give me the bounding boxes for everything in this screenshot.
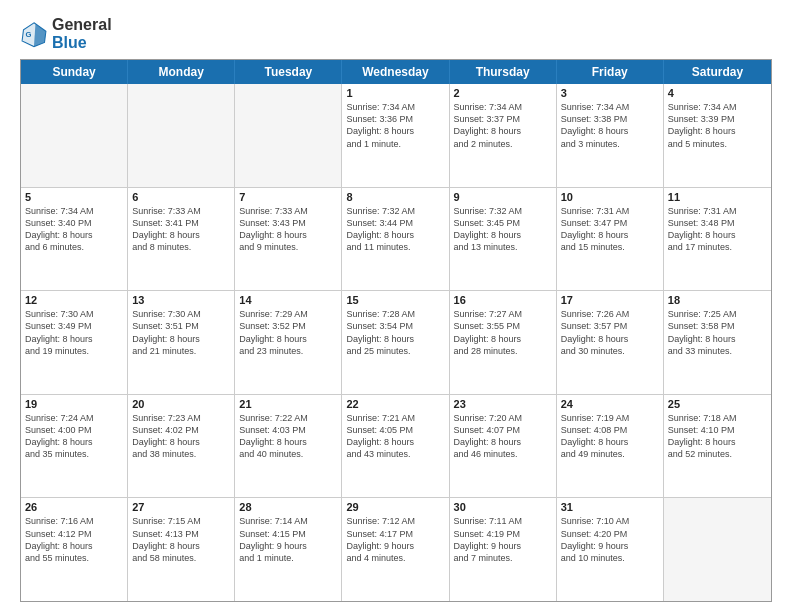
day-cell-22: 22Sunrise: 7:21 AM Sunset: 4:05 PM Dayli… bbox=[342, 395, 449, 498]
day-number: 3 bbox=[561, 87, 659, 99]
day-info: Sunrise: 7:29 AM Sunset: 3:52 PM Dayligh… bbox=[239, 308, 337, 357]
day-number: 16 bbox=[454, 294, 552, 306]
empty-cell bbox=[128, 84, 235, 187]
day-cell-4: 4Sunrise: 7:34 AM Sunset: 3:39 PM Daylig… bbox=[664, 84, 771, 187]
day-info: Sunrise: 7:16 AM Sunset: 4:12 PM Dayligh… bbox=[25, 515, 123, 564]
header: G General Blue bbox=[20, 16, 772, 51]
week-row-3: 12Sunrise: 7:30 AM Sunset: 3:49 PM Dayli… bbox=[21, 291, 771, 395]
day-cell-13: 13Sunrise: 7:30 AM Sunset: 3:51 PM Dayli… bbox=[128, 291, 235, 394]
day-info: Sunrise: 7:26 AM Sunset: 3:57 PM Dayligh… bbox=[561, 308, 659, 357]
week-row-2: 5Sunrise: 7:34 AM Sunset: 3:40 PM Daylig… bbox=[21, 188, 771, 292]
day-number: 22 bbox=[346, 398, 444, 410]
day-number: 18 bbox=[668, 294, 767, 306]
day-cell-12: 12Sunrise: 7:30 AM Sunset: 3:49 PM Dayli… bbox=[21, 291, 128, 394]
header-day-tuesday: Tuesday bbox=[235, 60, 342, 84]
day-number: 2 bbox=[454, 87, 552, 99]
day-cell-20: 20Sunrise: 7:23 AM Sunset: 4:02 PM Dayli… bbox=[128, 395, 235, 498]
day-cell-11: 11Sunrise: 7:31 AM Sunset: 3:48 PM Dayli… bbox=[664, 188, 771, 291]
day-number: 20 bbox=[132, 398, 230, 410]
day-info: Sunrise: 7:25 AM Sunset: 3:58 PM Dayligh… bbox=[668, 308, 767, 357]
day-info: Sunrise: 7:11 AM Sunset: 4:19 PM Dayligh… bbox=[454, 515, 552, 564]
page: G General Blue SundayMondayTuesdayWednes… bbox=[0, 0, 792, 612]
day-info: Sunrise: 7:32 AM Sunset: 3:44 PM Dayligh… bbox=[346, 205, 444, 254]
day-info: Sunrise: 7:22 AM Sunset: 4:03 PM Dayligh… bbox=[239, 412, 337, 461]
day-cell-7: 7Sunrise: 7:33 AM Sunset: 3:43 PM Daylig… bbox=[235, 188, 342, 291]
day-cell-8: 8Sunrise: 7:32 AM Sunset: 3:44 PM Daylig… bbox=[342, 188, 449, 291]
day-number: 14 bbox=[239, 294, 337, 306]
day-cell-9: 9Sunrise: 7:32 AM Sunset: 3:45 PM Daylig… bbox=[450, 188, 557, 291]
day-info: Sunrise: 7:10 AM Sunset: 4:20 PM Dayligh… bbox=[561, 515, 659, 564]
day-cell-23: 23Sunrise: 7:20 AM Sunset: 4:07 PM Dayli… bbox=[450, 395, 557, 498]
day-info: Sunrise: 7:30 AM Sunset: 3:51 PM Dayligh… bbox=[132, 308, 230, 357]
day-info: Sunrise: 7:30 AM Sunset: 3:49 PM Dayligh… bbox=[25, 308, 123, 357]
day-number: 10 bbox=[561, 191, 659, 203]
day-info: Sunrise: 7:31 AM Sunset: 3:47 PM Dayligh… bbox=[561, 205, 659, 254]
day-number: 19 bbox=[25, 398, 123, 410]
day-number: 4 bbox=[668, 87, 767, 99]
day-cell-1: 1Sunrise: 7:34 AM Sunset: 3:36 PM Daylig… bbox=[342, 84, 449, 187]
day-number: 26 bbox=[25, 501, 123, 513]
day-number: 25 bbox=[668, 398, 767, 410]
day-cell-19: 19Sunrise: 7:24 AM Sunset: 4:00 PM Dayli… bbox=[21, 395, 128, 498]
day-info: Sunrise: 7:34 AM Sunset: 3:37 PM Dayligh… bbox=[454, 101, 552, 150]
week-row-4: 19Sunrise: 7:24 AM Sunset: 4:00 PM Dayli… bbox=[21, 395, 771, 499]
day-cell-24: 24Sunrise: 7:19 AM Sunset: 4:08 PM Dayli… bbox=[557, 395, 664, 498]
day-cell-3: 3Sunrise: 7:34 AM Sunset: 3:38 PM Daylig… bbox=[557, 84, 664, 187]
day-info: Sunrise: 7:33 AM Sunset: 3:43 PM Dayligh… bbox=[239, 205, 337, 254]
header-day-wednesday: Wednesday bbox=[342, 60, 449, 84]
day-number: 11 bbox=[668, 191, 767, 203]
header-day-monday: Monday bbox=[128, 60, 235, 84]
day-info: Sunrise: 7:14 AM Sunset: 4:15 PM Dayligh… bbox=[239, 515, 337, 564]
day-number: 30 bbox=[454, 501, 552, 513]
logo-icon: G bbox=[20, 20, 48, 48]
day-cell-6: 6Sunrise: 7:33 AM Sunset: 3:41 PM Daylig… bbox=[128, 188, 235, 291]
day-info: Sunrise: 7:32 AM Sunset: 3:45 PM Dayligh… bbox=[454, 205, 552, 254]
logo-text: General Blue bbox=[52, 16, 112, 51]
day-cell-26: 26Sunrise: 7:16 AM Sunset: 4:12 PM Dayli… bbox=[21, 498, 128, 601]
day-cell-25: 25Sunrise: 7:18 AM Sunset: 4:10 PM Dayli… bbox=[664, 395, 771, 498]
day-number: 29 bbox=[346, 501, 444, 513]
header-day-friday: Friday bbox=[557, 60, 664, 84]
day-info: Sunrise: 7:33 AM Sunset: 3:41 PM Dayligh… bbox=[132, 205, 230, 254]
day-cell-21: 21Sunrise: 7:22 AM Sunset: 4:03 PM Dayli… bbox=[235, 395, 342, 498]
day-number: 12 bbox=[25, 294, 123, 306]
day-number: 6 bbox=[132, 191, 230, 203]
day-info: Sunrise: 7:18 AM Sunset: 4:10 PM Dayligh… bbox=[668, 412, 767, 461]
day-cell-15: 15Sunrise: 7:28 AM Sunset: 3:54 PM Dayli… bbox=[342, 291, 449, 394]
day-cell-18: 18Sunrise: 7:25 AM Sunset: 3:58 PM Dayli… bbox=[664, 291, 771, 394]
header-day-sunday: Sunday bbox=[21, 60, 128, 84]
day-number: 31 bbox=[561, 501, 659, 513]
calendar-header: SundayMondayTuesdayWednesdayThursdayFrid… bbox=[21, 60, 771, 84]
day-cell-14: 14Sunrise: 7:29 AM Sunset: 3:52 PM Dayli… bbox=[235, 291, 342, 394]
calendar-body: 1Sunrise: 7:34 AM Sunset: 3:36 PM Daylig… bbox=[21, 84, 771, 601]
day-info: Sunrise: 7:28 AM Sunset: 3:54 PM Dayligh… bbox=[346, 308, 444, 357]
day-cell-17: 17Sunrise: 7:26 AM Sunset: 3:57 PM Dayli… bbox=[557, 291, 664, 394]
day-cell-2: 2Sunrise: 7:34 AM Sunset: 3:37 PM Daylig… bbox=[450, 84, 557, 187]
header-day-thursday: Thursday bbox=[450, 60, 557, 84]
day-cell-5: 5Sunrise: 7:34 AM Sunset: 3:40 PM Daylig… bbox=[21, 188, 128, 291]
empty-cell bbox=[235, 84, 342, 187]
header-day-saturday: Saturday bbox=[664, 60, 771, 84]
day-info: Sunrise: 7:34 AM Sunset: 3:40 PM Dayligh… bbox=[25, 205, 123, 254]
day-cell-28: 28Sunrise: 7:14 AM Sunset: 4:15 PM Dayli… bbox=[235, 498, 342, 601]
day-cell-29: 29Sunrise: 7:12 AM Sunset: 4:17 PM Dayli… bbox=[342, 498, 449, 601]
day-number: 15 bbox=[346, 294, 444, 306]
week-row-5: 26Sunrise: 7:16 AM Sunset: 4:12 PM Dayli… bbox=[21, 498, 771, 601]
day-number: 13 bbox=[132, 294, 230, 306]
empty-cell bbox=[664, 498, 771, 601]
day-info: Sunrise: 7:12 AM Sunset: 4:17 PM Dayligh… bbox=[346, 515, 444, 564]
day-info: Sunrise: 7:24 AM Sunset: 4:00 PM Dayligh… bbox=[25, 412, 123, 461]
day-number: 9 bbox=[454, 191, 552, 203]
day-number: 28 bbox=[239, 501, 337, 513]
svg-text:G: G bbox=[26, 29, 32, 38]
day-number: 21 bbox=[239, 398, 337, 410]
day-cell-31: 31Sunrise: 7:10 AM Sunset: 4:20 PM Dayli… bbox=[557, 498, 664, 601]
day-number: 8 bbox=[346, 191, 444, 203]
day-info: Sunrise: 7:19 AM Sunset: 4:08 PM Dayligh… bbox=[561, 412, 659, 461]
day-number: 23 bbox=[454, 398, 552, 410]
day-info: Sunrise: 7:20 AM Sunset: 4:07 PM Dayligh… bbox=[454, 412, 552, 461]
day-cell-10: 10Sunrise: 7:31 AM Sunset: 3:47 PM Dayli… bbox=[557, 188, 664, 291]
day-number: 1 bbox=[346, 87, 444, 99]
day-info: Sunrise: 7:15 AM Sunset: 4:13 PM Dayligh… bbox=[132, 515, 230, 564]
logo: G General Blue bbox=[20, 16, 112, 51]
